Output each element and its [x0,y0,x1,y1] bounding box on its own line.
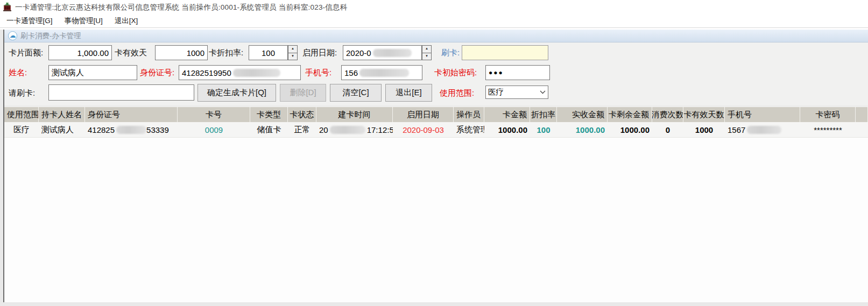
exit-button[interactable]: 退出[E] [385,84,432,102]
chevron-down-icon [540,90,546,94]
id-number-label: 身份证号: [140,65,174,80]
child-window-titlebar: ☁ 刷卡消费-办卡管理 [4,30,868,42]
usage-scope-select[interactable]: 医疗 [485,86,548,99]
col-header-consume-count[interactable]: 消费次数 [652,107,683,122]
card-face-value-label: 卡片面额: [9,45,43,60]
spin-up-icon[interactable]: ▲ [288,45,298,53]
col-header-start-date[interactable]: 启用日期 [393,107,454,122]
discount-rate-spinner: ▲ ▼ [288,45,298,60]
cell-usage: 医疗 [4,122,39,137]
usage-scope-label: 使用范围: [440,86,474,101]
swipe-card-input[interactable] [462,45,548,60]
menu-onecard-management[interactable]: 一卡通管理[G] [1,15,58,27]
redacted-blur [233,69,280,77]
clear-button[interactable]: 清空[C] [330,84,382,102]
discount-rate-label: 卡折扣率: [209,45,243,60]
phone-input[interactable]: 156 [341,65,422,80]
col-header-holder-name[interactable]: 持卡人姓名 [39,107,85,122]
confirm-generate-card-button[interactable]: 确定生成卡片[Q] [197,84,276,102]
delete-button[interactable]: 删除[D] [280,84,326,102]
cell-card-no: 0009 [178,122,250,137]
cell-valid-days: 1000 [683,122,725,137]
please-swipe-label: 请刷卡: [9,86,35,101]
card-valid-days-label: 卡有效天 [115,45,147,60]
cell-id-number: 412825 53339 [85,122,178,137]
col-header-valid-days[interactable]: 卡有效天数 [683,107,725,122]
please-swipe-input[interactable] [48,84,194,101]
col-header-usage[interactable]: 使用范围 [4,107,39,122]
col-header-card-no[interactable]: 卡号 [178,107,250,122]
col-header-balance[interactable]: 卡剩余金额 [608,107,652,122]
cloud-icon: ☁ [8,31,17,40]
card-form-panel: 卡片面额: 1,000.00 卡有效天 1000 卡折扣率: 100 ▲ ▼ 启… [4,42,868,106]
cell-operator: 系统管理员 [454,122,484,137]
cell-filler [856,122,868,137]
col-header-card-status[interactable]: 卡状态 [288,107,316,122]
card-valid-days-input[interactable]: 1000 [155,45,208,60]
col-header-id-number[interactable]: 身份证号 [85,107,178,122]
redacted-blur [747,126,781,134]
app-title-text: 一卡通管理:北京云惠达科技有限公司信息管理系统 当前操作员:0001-系统管理员… [15,3,347,12]
col-header-received[interactable]: 实收金额 [557,107,608,122]
discount-rate-input[interactable]: 100 [249,45,288,60]
cell-holder-name: 测试病人 [39,122,85,137]
cell-card-type: 储值卡 [250,122,288,137]
col-header-discount[interactable]: 折扣率 [530,107,557,122]
col-header-filler [856,107,868,122]
col-header-amount[interactable]: 卡金额 [484,107,530,122]
cell-phone: 1567 [725,122,800,137]
cell-balance: 1000.00 [608,122,652,137]
id-number-input[interactable]: 41282519950 [179,65,301,80]
col-header-password[interactable]: 卡密码 [800,107,856,122]
init-password-input[interactable]: ●●● [485,65,550,80]
redacted-blur [373,49,412,57]
col-header-operator[interactable]: 操作员 [454,107,484,122]
init-password-label: 卡初始密码: [434,65,477,80]
menu-exit[interactable]: 退出[X] [109,15,144,27]
col-header-card-type[interactable]: 卡类型 [250,107,288,122]
phone-label: 手机号: [305,65,331,80]
card-list-grid: 使用范围 持卡人姓名 身份证号 卡号 卡类型 卡状态 建卡时间 启用日期 操作员… [4,106,868,302]
card-issue-window: ☁ 刷卡消费-办卡管理 卡片面额: 1,000.00 卡有效天 1000 卡折扣… [3,30,868,302]
spin-down-icon[interactable]: ▼ [422,53,432,61]
cell-card-status: 正常 [288,122,316,137]
redacted-blur [359,69,409,77]
redacted-blur [116,126,146,134]
menu-transaction-management[interactable]: 事物管理[U] [59,15,108,27]
spin-up-icon[interactable]: ▲ [422,45,432,53]
card-face-value-input[interactable]: 1,000.00 [48,45,112,60]
cell-start-date: 2020-09-03 [393,122,454,137]
spin-down-icon[interactable]: ▼ [288,53,298,61]
cell-amount: 1000.00 [484,122,530,137]
cell-discount: 100 [530,122,557,137]
cell-received: 1000.00 [557,122,608,137]
cell-created-time: 20 17:12:50 [316,122,393,137]
grid-header-row: 使用范围 持卡人姓名 身份证号 卡号 卡类型 卡状态 建卡时间 启用日期 操作员… [4,106,868,122]
app-temple-icon [3,3,12,12]
main-menubar: 一卡通管理[G] 事物管理[U] 退出[X] [0,15,868,28]
col-header-phone[interactable]: 手机号 [725,107,800,122]
child-window-title: 刷卡消费-办卡管理 [20,31,81,41]
mdi-desktop: ☁ 刷卡消费-办卡管理 卡片面额: 1,000.00 卡有效天 1000 卡折扣… [0,30,868,306]
col-header-created-time[interactable]: 建卡时间 [316,107,393,122]
swipe-card-label: 刷卡: [441,45,460,60]
redacted-blur [330,126,365,134]
cell-password: ********* [800,122,856,137]
start-date-label: 启用日期: [302,45,337,60]
start-date-spinner: ▲ ▼ [422,45,432,60]
name-label: 姓名: [9,65,27,80]
name-input[interactable]: 测试病人 [48,65,137,80]
app-titlebar: 一卡通管理:北京云惠达科技有限公司信息管理系统 当前操作员:0001-系统管理员… [0,0,868,15]
cell-consume-count: 0 [652,122,683,137]
start-date-input[interactable]: 2020-0 [343,45,422,60]
table-row[interactable]: 医疗 测试病人 412825 53339 0009 储值卡 正常 20 17:1… [4,122,868,138]
